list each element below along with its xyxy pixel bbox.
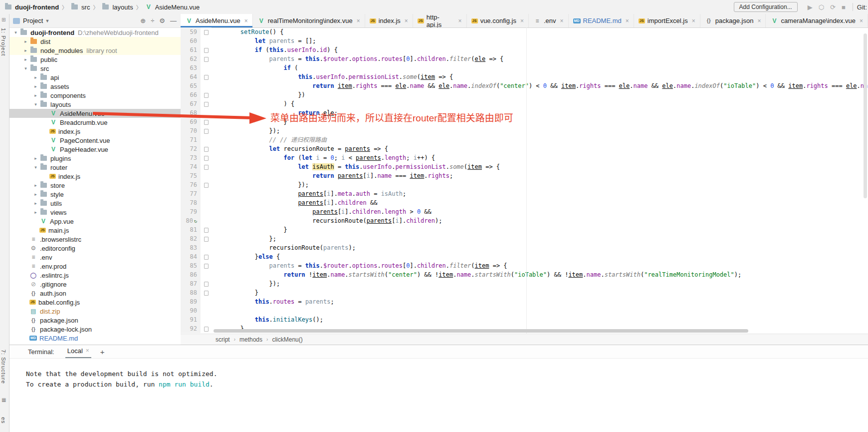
- chevron-collapsed-icon[interactable]: ▸: [32, 192, 39, 197]
- fold-end-icon[interactable]: [204, 237, 209, 242]
- tab-http-api.js[interactable]: JShttp-api.js×: [413, 14, 467, 27]
- tree-item-.eslintrc.js[interactable]: ◯.eslintrc.js: [9, 271, 181, 280]
- chevron-collapsed-icon[interactable]: ▸: [32, 93, 39, 98]
- close-tab-icon[interactable]: ×: [520, 17, 524, 24]
- tree-item-style[interactable]: ▸style: [9, 190, 181, 199]
- stop-icon[interactable]: ■: [842, 3, 846, 11]
- tree-item-.env.prod[interactable]: ≡.env.prod: [9, 262, 181, 271]
- coverage-icon[interactable]: ⟳: [830, 3, 836, 11]
- tree-item-assets[interactable]: ▸assets: [9, 82, 181, 91]
- add-configuration-button[interactable]: Add Configuration...: [734, 2, 798, 12]
- tab-cameraManage-index.vue[interactable]: VcameraManage\index.vue×: [766, 14, 868, 27]
- tree-item-AsideMenu.vue[interactable]: VAsideMenu.vue: [9, 109, 181, 118]
- fold-start-icon[interactable]: [204, 57, 209, 62]
- tree-item-.editorconfig[interactable]: ⚙.editorconfig: [9, 244, 181, 253]
- fold-start-icon[interactable]: [204, 48, 209, 53]
- code-editor[interactable]: 59 setRoute() {60 let parents = [];61 if…: [181, 27, 868, 334]
- tree-item-router[interactable]: ▾router: [9, 163, 181, 172]
- breadcrumb-item-AsideMenu.vue[interactable]: VAsideMenu.vue: [145, 3, 200, 11]
- tree-item-src[interactable]: ▾src: [9, 64, 181, 73]
- tree-item-package-lock.json[interactable]: {}package-lock.json: [9, 325, 181, 334]
- chevron-collapsed-icon[interactable]: ▸: [32, 84, 39, 89]
- fold-start-icon[interactable]: [204, 30, 209, 35]
- tab-package.json[interactable]: {}package.json×: [700, 14, 766, 27]
- chevron-collapsed-icon[interactable]: ▸: [32, 183, 39, 188]
- fold-start-icon[interactable]: [204, 264, 209, 269]
- tab-README.md[interactable]: MDREADME.md×: [569, 14, 634, 27]
- chevron-expanded-icon[interactable]: ▾: [32, 165, 39, 170]
- chevron-collapsed-icon[interactable]: ▸: [22, 57, 29, 62]
- editor-breadcrumb-item-clickMenu-[interactable]: clickMenu(): [272, 336, 302, 343]
- tab-vue.config.js[interactable]: JSvue.config.js×: [467, 14, 529, 27]
- fold-end-icon[interactable]: [204, 129, 209, 134]
- tab-index.js[interactable]: JSindex.js×: [365, 14, 413, 27]
- tree-item-utils[interactable]: ▸utils: [9, 199, 181, 208]
- new-terminal-tab-button[interactable]: +: [100, 348, 105, 356]
- project-panel-title[interactable]: Project: [23, 17, 43, 24]
- chevron-collapsed-icon[interactable]: ▸: [32, 156, 39, 161]
- fold-start-icon[interactable]: [204, 75, 209, 80]
- horizontal-scrollbar-thumb[interactable]: [214, 329, 748, 333]
- terminal-tab-local[interactable]: Local ×: [65, 346, 91, 358]
- run-icon[interactable]: ▶: [808, 3, 813, 11]
- chevron-collapsed-icon[interactable]: ▸: [22, 39, 29, 44]
- collapse-all-icon[interactable]: ÷: [151, 17, 154, 24]
- fold-end-icon[interactable]: [204, 228, 209, 233]
- tree-item-README.md[interactable]: MDREADME.md: [9, 334, 181, 343]
- chevron-collapsed-icon[interactable]: ▸: [22, 48, 29, 53]
- tree-item-Breadcrumb.vue[interactable]: VBreadcrumb.vue: [9, 118, 181, 127]
- fold-end-icon[interactable]: [204, 93, 209, 98]
- close-tab-icon[interactable]: ×: [244, 17, 248, 24]
- tree-item-views[interactable]: ▸views: [9, 208, 181, 217]
- fold-start-icon[interactable]: [204, 165, 209, 170]
- close-tab-icon[interactable]: ×: [626, 17, 629, 24]
- tree-item-dist[interactable]: ▸dist: [9, 37, 181, 46]
- tab-.env[interactable]: ≡.env×: [529, 14, 569, 27]
- fold-start-icon[interactable]: [204, 156, 209, 161]
- editor-breadcrumb-item-methods[interactable]: methods: [239, 336, 262, 343]
- fold-end-icon[interactable]: [204, 183, 209, 188]
- tree-item-node-modules[interactable]: ▸node_moduleslibrary root: [9, 46, 181, 55]
- tree-item-index.js[interactable]: JSindex.js: [9, 127, 181, 136]
- tab-realTimeMonitoring-index.vue[interactable]: VrealTimeMonitoring\index.vue×: [253, 14, 365, 27]
- fold-end-icon[interactable]: [204, 291, 209, 296]
- fold-start-icon[interactable]: [204, 255, 209, 260]
- locate-icon[interactable]: ⊕: [140, 17, 146, 24]
- tree-item-auth.json[interactable]: {}auth.json: [9, 289, 181, 298]
- chevron-expanded-icon[interactable]: ▾: [22, 66, 29, 71]
- tree-item-api[interactable]: ▸api: [9, 73, 181, 82]
- breadcrumb-item-duoji-frontend[interactable]: duoji-frontend: [4, 3, 59, 11]
- breadcrumb-item-layouts[interactable]: layouts: [101, 3, 133, 11]
- tree-item-public[interactable]: ▸public: [9, 55, 181, 64]
- chevron-collapsed-icon[interactable]: ▸: [32, 75, 39, 80]
- tree-item-store[interactable]: ▸store: [9, 181, 181, 190]
- fold-start-icon[interactable]: [204, 102, 209, 107]
- close-terminal-tab-icon[interactable]: ×: [86, 347, 89, 354]
- partial-tool-button[interactable]: es: [0, 417, 6, 424]
- chevron-expanded-icon[interactable]: ▾: [12, 30, 19, 35]
- tree-item-.gitignore[interactable]: ⊘.gitignore: [9, 280, 181, 289]
- tree-item-plugins[interactable]: ▸plugins: [9, 154, 181, 163]
- tree-item-layouts[interactable]: ▾layouts: [9, 100, 181, 109]
- tree-item-package.json[interactable]: {}package.json: [9, 316, 181, 325]
- fold-end-icon[interactable]: [204, 282, 209, 287]
- close-tab-icon[interactable]: ×: [860, 17, 863, 24]
- chevron-collapsed-icon[interactable]: ▸: [32, 210, 39, 215]
- tab-AsideMenu.vue[interactable]: VAsideMenu.vue×: [181, 14, 253, 27]
- fold-end-icon[interactable]: [204, 120, 209, 125]
- tree-item-main.js[interactable]: JSmain.js: [9, 226, 181, 235]
- chevron-collapsed-icon[interactable]: ▸: [32, 201, 39, 206]
- hide-panel-icon[interactable]: —: [170, 17, 177, 24]
- chevron-expanded-icon[interactable]: ▾: [32, 102, 39, 107]
- tree-item-dist.zip[interactable]: ▤dist.zip: [9, 307, 181, 316]
- tree-item-PageContent.vue[interactable]: VPageContent.vue: [9, 136, 181, 145]
- fold-start-icon[interactable]: [204, 147, 209, 152]
- tree-item-index.js[interactable]: JSindex.js: [9, 172, 181, 181]
- vertical-scrollbar-thumb[interactable]: [864, 33, 867, 198]
- terminal-output[interactable]: Note that the development build is not o…: [9, 359, 868, 390]
- close-tab-icon[interactable]: ×: [757, 17, 761, 24]
- close-tab-icon[interactable]: ×: [560, 17, 563, 24]
- close-tab-icon[interactable]: ×: [458, 17, 462, 24]
- close-tab-icon[interactable]: ×: [692, 17, 695, 24]
- structure-tool-button[interactable]: 7: Structure: [0, 350, 6, 384]
